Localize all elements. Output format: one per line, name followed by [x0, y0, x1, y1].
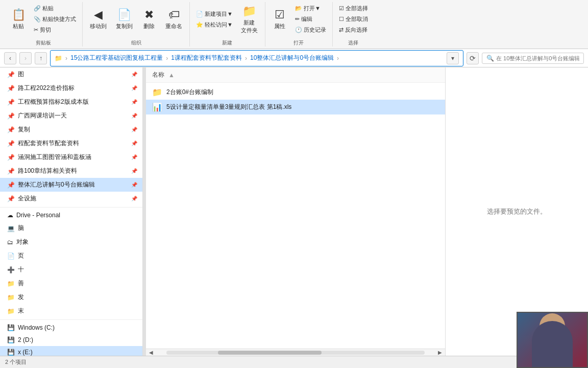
deselect-all-button[interactable]: ☐ 全部取消	[337, 14, 370, 24]
open-button[interactable]: 📂 打开▼	[293, 4, 328, 13]
sidebar-item-drive-d[interactable]: 💾 2 (D:)	[0, 334, 142, 346]
organize-group-label: 组织	[131, 38, 141, 47]
pin-icon: 📌	[131, 72, 137, 77]
copy-to-button[interactable]: 📄 复制到	[113, 6, 136, 32]
preview-text: 选择要预览的文件。	[487, 207, 547, 216]
deselect-all-label: 全部取消	[346, 15, 368, 23]
scroll-track	[166, 351, 425, 355]
sidebar-item-copy-label: 复制	[18, 125, 30, 134]
new-col: 📄 新建项目▼ ⭐ 轻松访问▼	[194, 9, 235, 30]
toolbar-group-clipboard: 📋 粘贴 🔗 粘贴 📎 粘贴快捷方式 ✂ 剪切 剪贴板	[4, 2, 83, 47]
clipboard-items: 📋 粘贴 🔗 粘贴 📎 粘贴快捷方式 ✂ 剪切	[8, 2, 78, 36]
sidebar-item-100chapter[interactable]: 📌 路100章结算相关资料 📌	[0, 164, 142, 178]
copy-path-button[interactable]: 🔗 粘贴	[32, 4, 78, 13]
path-segment-1[interactable]: 15公路工程零基础识图复核工程量	[70, 54, 163, 62]
sidebar-divider-2	[0, 319, 142, 320]
pin-icon-7: 📌	[131, 154, 137, 160]
address-bar: ‹ › ↑ 📁 › 15公路工程零基础识图复核工程量 › 1课程配套资料节配套资…	[0, 49, 588, 67]
delete-label: 删除	[143, 22, 155, 30]
sidebar-item-ten-label: 十	[18, 265, 24, 274]
sidebar-item-drive[interactable]: ☁ Drive - Personal	[0, 209, 142, 221]
path-segment-2[interactable]: 1课程配套资料节配套资料	[171, 54, 242, 62]
forward-button[interactable]: ›	[19, 52, 32, 64]
move-to-button[interactable]: ◀ 移动到	[87, 6, 110, 32]
open-group-label: 打开	[293, 38, 304, 47]
easy-access-icon: ⭐	[196, 21, 203, 28]
open-items: ☑ 属性 📂 打开▼ ✏ 编辑 🕐 历史记录	[270, 2, 328, 36]
scroll-thumb[interactable]	[218, 351, 321, 355]
history-button[interactable]: 🕐 历史记录	[293, 25, 328, 35]
properties-button[interactable]: ☑ 属性	[270, 6, 290, 32]
name-column-header[interactable]: 名称	[152, 71, 164, 79]
refresh-button[interactable]: ⟳	[467, 52, 479, 64]
select-group-label: 选择	[348, 38, 358, 47]
delete-button[interactable]: ✖ 删除	[139, 6, 159, 32]
sidebar-item-tu[interactable]: 📌 图 📌	[0, 67, 142, 81]
sidebar-item-training[interactable]: 📌 广西网课培训一天 📌	[0, 109, 142, 123]
webcam-overlay	[517, 312, 588, 368]
scroll-right-arrow[interactable]: ▶	[435, 349, 445, 356]
new-project-label: 新建项目▼	[205, 10, 233, 18]
sidebar-item-copy[interactable]: 📌 复制 📌	[0, 123, 142, 136]
path-dropdown-button[interactable]: ▾	[447, 52, 459, 64]
path-segment-3[interactable]: 10整体汇总讲解与0号台账编辑	[250, 54, 334, 62]
drive-d-icon: 💾	[7, 336, 15, 343]
rename-button[interactable]: 🏷 重命名	[162, 6, 185, 32]
sidebar-item-price[interactable]: 📌 路工程2022造价指标 📌	[0, 81, 142, 95]
paste-button[interactable]: 📋 粘贴	[8, 6, 29, 32]
edit-button[interactable]: ✏ 编辑	[293, 14, 328, 24]
sidebar-item-cm-icon: 📌	[7, 140, 15, 147]
cut-label: 剪切	[40, 26, 51, 34]
sidebar-item-ten[interactable]: ➕ 十	[0, 263, 142, 277]
sidebar-item-cm-label: 程配套资料节配套资料	[18, 139, 79, 148]
delete-icon: ✖	[144, 8, 154, 21]
address-path-bar[interactable]: 📁 › 15公路工程零基础识图复核工程量 › 1课程配套资料节配套资料 › 10…	[50, 50, 463, 66]
rename-icon: 🏷	[168, 8, 180, 21]
new-items: 📄 新建项目▼ ⭐ 轻松访问▼ 📁 新建文件夹	[194, 2, 261, 36]
select-col: ☑ 全部选择 ☐ 全部取消 ⇄ 反向选择	[337, 4, 370, 35]
easy-access-button[interactable]: ⭐ 轻松访问▼	[194, 20, 235, 30]
new-folder-button[interactable]: 📁 新建文件夹	[238, 3, 261, 36]
sidebar-item-object[interactable]: 🗂 对象	[0, 235, 142, 249]
sort-arrow: ▲	[168, 72, 175, 79]
search-input[interactable]	[496, 55, 579, 61]
cut-button[interactable]: ✂ 剪切	[32, 25, 78, 35]
sidebar-item-facilities-label: 全设施	[18, 194, 36, 203]
horizontal-scrollbar[interactable]: ◀ ▶	[146, 349, 445, 356]
invert-select-icon: ⇄	[339, 27, 344, 33]
invert-select-button[interactable]: ⇄ 反向选择	[337, 25, 370, 35]
drive-c-icon: 💾	[7, 324, 15, 331]
sidebar-item-page[interactable]: 📄 页	[0, 249, 142, 263]
new-project-button[interactable]: 📄 新建项目▼	[194, 9, 235, 19]
sidebar-item-drive-c[interactable]: 💾 Windows (C:)	[0, 321, 142, 334]
select-items: ☑ 全部选择 ☐ 全部取消 ⇄ 反向选择	[337, 2, 370, 36]
sidebar-item-budget[interactable]: 📌 工程概预算指标2版成本版 📌	[0, 95, 142, 109]
sidebar-item-drive-e[interactable]: 💾 x (E:)	[0, 346, 142, 356]
sidebar-item-fa[interactable]: 📁 发	[0, 290, 142, 304]
content-area: 名称 ▲ 📁 2台账0#台账编制 📊 5设计量定额量清单量3量规则汇总表 第1稿…	[146, 67, 445, 356]
back-button[interactable]: ‹	[4, 52, 16, 64]
sidebar-item-brain[interactable]: 💻 脑	[0, 221, 142, 235]
list-item[interactable]: 📊 5设计量定额量清单量3量规则汇总表 第1稿.xls	[146, 100, 445, 114]
copy-path-label: 粘贴	[42, 5, 54, 12]
webcam-body	[532, 321, 573, 367]
drive-personal-icon: ☁	[7, 212, 13, 219]
up-button[interactable]: ↑	[35, 52, 47, 64]
list-item[interactable]: 📁 2台账0#台账编制	[146, 85, 445, 100]
pin-icon-8: 📌	[131, 168, 137, 174]
sidebar-item-budget-label: 工程概预算指标2版成本版	[18, 98, 89, 106]
sidebar-item-good[interactable]: 📁 善	[0, 277, 142, 290]
sidebar-item-course-material[interactable]: 📌 程配套资料节配套资料 📌	[0, 136, 142, 150]
select-all-button[interactable]: ☑ 全部选择	[337, 4, 370, 13]
sidebar-item-fa-label: 发	[18, 293, 24, 302]
pin-icon-2: 📌	[131, 85, 137, 91]
scroll-left-arrow[interactable]: ◀	[146, 349, 156, 356]
paste-shortcut-button[interactable]: 📎 粘贴快捷方式	[32, 14, 78, 24]
webcam-face	[518, 313, 587, 367]
sidebar-item-summary[interactable]: 📌 整体汇总讲解与0号台账编辑 📌	[0, 178, 142, 192]
new-group-label: 新建	[222, 38, 232, 47]
new-folder-label: 新建文件夹	[241, 19, 258, 34]
sidebar-item-mo[interactable]: 📁 末	[0, 304, 142, 318]
sidebar-item-facilities[interactable]: 📌 全设施 📌	[0, 192, 142, 205]
sidebar-item-culvert[interactable]: 📌 涵洞施工图图管涵和盖板涵 📌	[0, 150, 142, 164]
